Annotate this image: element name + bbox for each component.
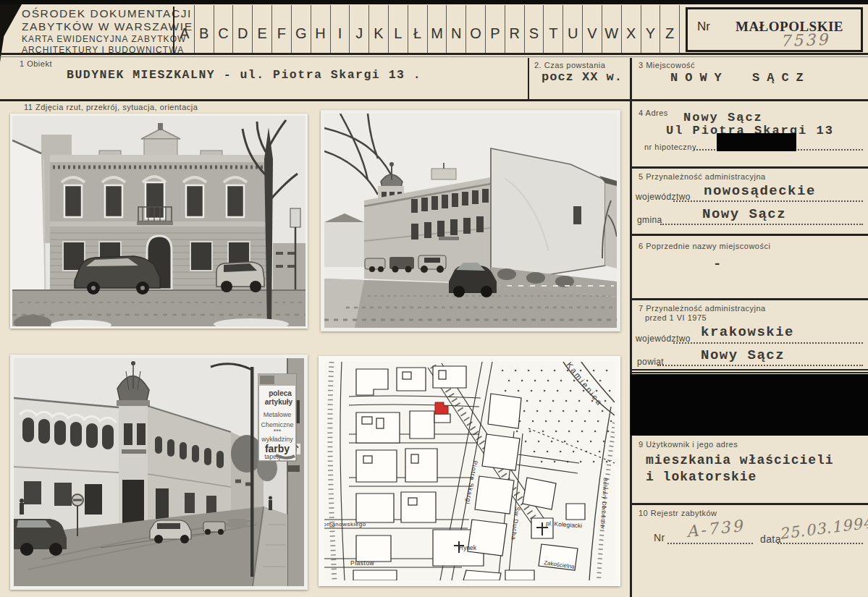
shop-sign-line: Metalowe	[264, 411, 292, 418]
alphabet-cell: S	[525, 5, 544, 54]
field6-value: -	[713, 256, 721, 272]
field5-row1-dotted	[673, 200, 863, 202]
shop-sign-line: poleca	[269, 389, 292, 397]
card-number-handwritten: 7539	[780, 30, 830, 50]
shop-sign-line: artykuły	[265, 398, 293, 406]
rule-row2-bottom	[0, 99, 868, 101]
alphabet-cell: F	[272, 5, 292, 54]
alphabet-strip: A B C D E F G H I J K L Ł M N O P R S T …	[175, 5, 680, 54]
field11-label: 11 Zdjęcia rzut, przekrój, sytuacja, ori…	[24, 103, 198, 111]
photo-street-oblique-image	[324, 114, 617, 328]
field5-row2-value: Nowy Sącz	[702, 206, 786, 222]
field10-date-value: 25.03.1994	[778, 514, 868, 543]
map-label-street: Romanowskiego	[324, 521, 366, 528]
org-subtitle-line1: KARTA EWIDENCYJNA ZABYTKÓW	[22, 34, 187, 44]
field4-value-line1: Nowy Sącz	[683, 111, 763, 124]
rule-header-bottom	[0, 53, 868, 55]
alphabet-cell: M	[428, 5, 447, 54]
redaction-box-field8	[631, 374, 868, 436]
field9-value-line2: i lokatorskie	[646, 470, 757, 484]
field10-nr-value: A-739	[686, 517, 745, 541]
scan-background: OŚRODEK DOKUMENTACJI ZABYTKÓW W WARSZAWI…	[0, 0, 868, 597]
alphabet-cell: V	[583, 5, 602, 54]
field1-value: BUDYNEK MIESZKALNY - ul. Piotra Skargi 1…	[67, 68, 421, 82]
field7-row2-value: Nowy Sącz	[701, 347, 785, 363]
field3-value: NOWY SĄCZ	[670, 71, 811, 85]
alphabet-cell: Z	[660, 5, 680, 54]
nr-label: Nr	[697, 20, 710, 34]
divider-right-column	[630, 58, 632, 597]
field5-row1-value: nowosądeckie	[704, 183, 816, 199]
field2-label: 2. Czas powstania	[534, 61, 605, 69]
rule-f5-bottom	[631, 234, 868, 236]
field7-row2-dotted	[657, 365, 863, 366]
alphabet-cell: H	[311, 5, 331, 54]
alphabet-cell: B	[195, 5, 214, 54]
divider-org-alphabet	[173, 7, 174, 54]
alphabet-cell: U	[563, 5, 583, 54]
divider-f1-f2	[528, 58, 529, 100]
field10-nr-label: Nr	[654, 532, 665, 543]
alphabet-cell: C	[214, 5, 234, 54]
heritage-card: OŚRODEK DOKUMENTACJI ZABYTKÓW W WARSZAWI…	[0, 4, 868, 597]
rule-f9-bottom	[631, 503, 868, 505]
org-title-line2: ZABYTKÓW W WARSZAWIE	[22, 20, 193, 33]
shop-sign-line: wykładziny	[261, 436, 293, 443]
field7-row1-dotted	[673, 342, 863, 344]
rule-header-echo	[0, 56, 868, 57]
alphabet-cell: D	[233, 5, 253, 54]
card-number-box: Nr MAŁOPOLSKIE 7539	[686, 7, 863, 52]
redaction-box-hipoteczny	[717, 133, 796, 151]
alphabet-cell: Ł	[408, 5, 428, 54]
field9-value-line1: mieszkania właścicieli	[646, 453, 834, 467]
field6-label: 6 Poprzednie nazwy miejscowości	[639, 242, 770, 250]
map-situation-plan: Piotra Skargi Św Ducha pl. Kolegiacki Ry…	[319, 356, 620, 586]
field2-value: pocz XX w.	[542, 70, 623, 84]
field5-row2-dotted	[660, 224, 863, 225]
alphabet-cell: G	[292, 5, 311, 54]
photo-corner-building: poleca artykuły Metalowe Chemiczne *** w…	[10, 355, 308, 590]
field10-nr-dotted	[667, 543, 753, 544]
alphabet-cell: I	[331, 5, 350, 54]
shop-sign-line: ***	[274, 428, 282, 435]
photo-corner-building-image: poleca artykuły Metalowe Chemiczne *** w…	[14, 358, 304, 586]
field5-row2-label: gmina	[637, 215, 662, 225]
alphabet-cell: R	[505, 5, 525, 54]
alphabet-cell: N	[447, 5, 466, 54]
rule-f6-bottom	[631, 298, 868, 300]
rule-f7-bottom-b	[631, 372, 868, 373]
alphabet-cell: A	[175, 5, 195, 54]
field1-label: 1 Obiekt	[20, 59, 52, 68]
alphabet-cell: W	[602, 5, 622, 54]
alphabet-cell: Y	[641, 5, 661, 54]
field7-row1-value: krakowskie	[701, 324, 794, 340]
map-label-square: Rynek	[459, 544, 477, 551]
alphabet-cell: L	[389, 5, 408, 54]
field3-label: 3 Miejscowość	[639, 61, 695, 69]
map-label-street: Piastow	[350, 559, 375, 567]
org-title-line1: OŚRODEK DOKUMENTACJI	[22, 7, 192, 20]
field9-label: 9 Użytkownik i jego adres	[639, 440, 738, 449]
photo-building-front	[10, 114, 308, 329]
photo-street-oblique	[321, 110, 620, 331]
field4-sublabel: nr hipoteczny	[644, 143, 696, 151]
alphabet-cell: T	[544, 5, 563, 54]
rule-f7-bottom-a	[631, 369, 868, 371]
alphabet-cell: X	[622, 5, 641, 54]
alphabet-cell: J	[350, 5, 369, 54]
map-image: Piotra Skargi Św Ducha pl. Kolegiacki Ry…	[324, 362, 615, 580]
alphabet-cell: K	[369, 5, 389, 54]
photo-building-front-image	[12, 116, 306, 326]
field4-label: 4 Adres	[639, 109, 668, 117]
alphabet-cell: E	[253, 5, 272, 54]
rule-f4-bottom	[631, 166, 868, 169]
field7-label-line1: 7 Przynależność administracyjna	[639, 304, 766, 313]
field10-label: 10 Rejestr zabytków	[639, 509, 717, 517]
field10-date-dotted	[778, 543, 863, 544]
alphabet-cell: O	[466, 5, 486, 54]
field7-label-line2: przed 1 VI 1975	[645, 313, 707, 322]
alphabet-cell: P	[486, 5, 505, 54]
field5-label: 5 Przynależność administracyjna	[639, 172, 766, 181]
